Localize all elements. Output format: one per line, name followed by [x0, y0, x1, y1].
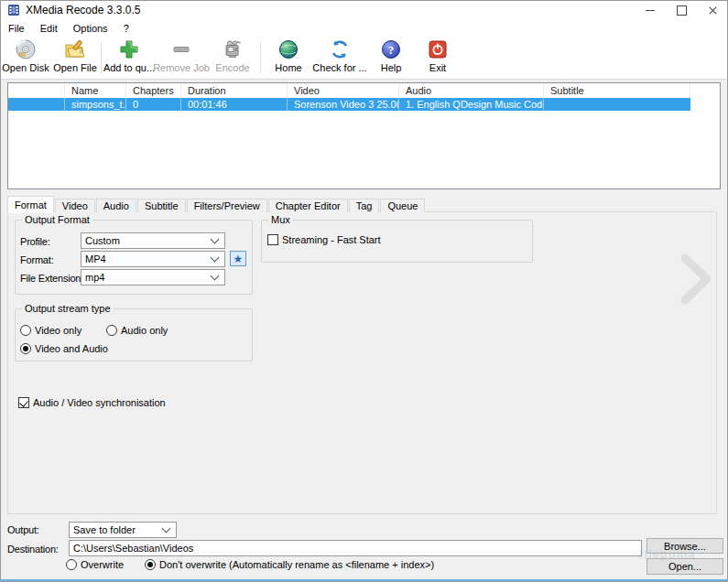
checkbox-checked-icon: [18, 397, 29, 408]
chevron-down-icon: [211, 253, 220, 263]
av-sync-label: Audio / Video synchronisation: [33, 397, 166, 408]
column-header-video[interactable]: Video: [288, 83, 399, 98]
chevron-down-icon: [211, 272, 220, 281]
encode-label: Encode: [215, 62, 249, 73]
home-button[interactable]: Home: [267, 38, 310, 77]
menu-help[interactable]: ?: [116, 21, 136, 36]
exit-icon: [427, 38, 449, 60]
mux-group-title: Mux: [268, 214, 293, 225]
tab-chapter-editor[interactable]: Chapter Editor: [268, 199, 348, 212]
remove-job-icon: [170, 38, 192, 60]
overwrite-radio[interactable]: Overwrite: [66, 559, 124, 570]
dont-overwrite-radio[interactable]: Don't overwrite (Automatically rename as…: [145, 559, 434, 570]
column-header-subtitle[interactable]: Subtitle: [544, 83, 690, 98]
table-row-selected[interactable]: simpsons_t... 0 00:01:46 Sorenson Video …: [8, 98, 690, 111]
tab-strip: Format Video Audio Subtitle Filters/Prev…: [7, 196, 426, 212]
open-disk-label: Open Disk: [2, 62, 49, 73]
open-file-icon: [64, 38, 86, 60]
file-extension-label: File Extension:: [20, 273, 83, 284]
add-job-icon: [118, 38, 140, 60]
star-icon: ★: [234, 253, 244, 264]
row-audio-cell: 1. English QDesign Music Codec 2 12...: [399, 98, 544, 111]
file-extension-select[interactable]: mp4: [81, 269, 225, 286]
row-chapters-cell: 0: [126, 98, 181, 111]
destination-input[interactable]: [69, 540, 642, 556]
help-icon: ?: [380, 38, 402, 60]
column-header-icon[interactable]: [8, 83, 65, 98]
open-file-label: Open File: [53, 62, 97, 73]
column-header-chapters[interactable]: Chapters: [126, 83, 181, 98]
row-icon-cell: [8, 98, 65, 111]
profile-label: Profile:: [20, 236, 50, 247]
job-list-header: Name Chapters Duration Video Audio Subti…: [8, 83, 720, 98]
chevron-down-icon: [162, 524, 171, 534]
tab-audio[interactable]: Audio: [96, 199, 136, 212]
overwrite-label: Overwrite: [81, 559, 124, 570]
favorite-format-button[interactable]: ★: [230, 251, 246, 266]
streaming-fast-start-label: Streaming - Fast Start: [282, 234, 381, 245]
menu-options[interactable]: Options: [66, 21, 115, 36]
row-duration-cell: 00:01:46: [181, 98, 288, 111]
add-to-queue-label: Add to qu...: [103, 62, 155, 73]
column-header-duration[interactable]: Duration: [181, 83, 288, 98]
output-stream-type-title: Output stream type: [22, 303, 114, 314]
help-button[interactable]: ? Help: [372, 38, 410, 77]
minimize-button[interactable]: [635, 0, 666, 20]
exit-button[interactable]: Exit: [414, 38, 462, 77]
svg-text:?: ?: [388, 43, 395, 57]
home-label: Home: [275, 62, 301, 73]
remove-job-label: Remove Job: [153, 62, 210, 73]
output-format-group-title: Output Format: [22, 214, 92, 225]
next-panel-chevron-icon[interactable]: [679, 253, 714, 305]
format-label: Format:: [20, 254, 54, 265]
close-icon: [708, 5, 718, 16]
checkbox-unchecked-icon: [267, 234, 278, 245]
check-for-updates-button[interactable]: Check for ...: [311, 38, 368, 77]
tab-queue[interactable]: Queue: [380, 199, 425, 212]
output-mode-select[interactable]: Save to folder: [69, 522, 177, 538]
tab-format[interactable]: Format: [7, 196, 54, 212]
streaming-fast-start-checkbox[interactable]: Streaming - Fast Start: [267, 234, 381, 245]
app-logo-icon: [7, 4, 20, 16]
audio-only-label: Audio only: [121, 325, 168, 336]
audio-only-radio[interactable]: Audio only: [106, 325, 168, 336]
title-bar: XMedia Recode 3.3.0.5: [0, 0, 728, 20]
close-button[interactable]: [697, 0, 728, 20]
av-sync-checkbox[interactable]: Audio / Video synchronisation: [18, 397, 166, 408]
video-and-audio-radio[interactable]: Video and Audio: [20, 343, 108, 354]
check-for-updates-label: Check for ...: [312, 62, 366, 73]
menu-edit[interactable]: Edit: [33, 21, 65, 36]
output-label: Output:: [7, 524, 39, 535]
open-disk-button[interactable]: DVD Open Disk: [2, 38, 49, 77]
minimize-icon: [646, 10, 655, 11]
tab-video[interactable]: Video: [55, 199, 95, 212]
encode-icon: [222, 38, 244, 60]
tab-subtitle[interactable]: Subtitle: [137, 199, 186, 212]
maximize-button[interactable]: [666, 0, 697, 20]
profile-select[interactable]: Custom: [81, 232, 225, 249]
open-file-button[interactable]: Open File: [51, 38, 99, 77]
video-only-radio[interactable]: Video only: [20, 325, 81, 336]
toolbar-separator: [101, 42, 102, 73]
chevron-down-icon: [211, 235, 220, 244]
job-list: Name Chapters Duration Video Audio Subti…: [7, 82, 721, 189]
tab-tag[interactable]: Tag: [349, 199, 380, 212]
video-only-label: Video only: [35, 325, 81, 336]
add-to-queue-button[interactable]: Add to qu...: [104, 38, 154, 77]
destination-label: Destination:: [7, 544, 59, 555]
home-globe-icon: [277, 38, 299, 60]
output-mode-value: Save to folder: [70, 524, 163, 535]
svg-text:DVD: DVD: [20, 53, 27, 57]
format-select[interactable]: MP4: [81, 251, 225, 267]
column-header-audio[interactable]: Audio: [399, 83, 544, 98]
menu-file[interactable]: File: [1, 21, 32, 36]
dont-overwrite-label: Don't overwrite (Automatically rename as…: [159, 559, 434, 570]
profile-value: Custom: [81, 235, 212, 246]
open-disk-icon: DVD: [15, 38, 37, 60]
column-header-name[interactable]: Name: [65, 83, 126, 98]
site-watermark: filepuma: [639, 547, 695, 561]
tab-filters-preview[interactable]: Filters/Preview: [187, 199, 267, 212]
exit-label: Exit: [429, 62, 446, 73]
maximize-icon: [677, 5, 687, 16]
radio-unselected-icon: [20, 325, 31, 336]
